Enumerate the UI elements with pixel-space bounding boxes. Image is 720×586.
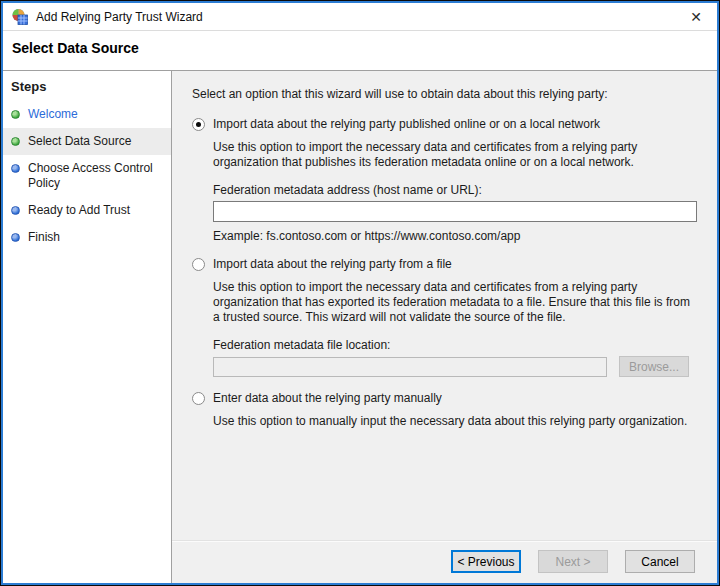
title-bar[interactable]: Add Relying Party Trust Wizard ✕ [3, 3, 717, 31]
metadata-address-label: Federation metadata address (host name o… [213, 183, 703, 197]
option-description: Use this option to import the necessary … [213, 280, 697, 325]
sidebar-item-choose-access-control-policy: Choose Access Control Policy [3, 155, 171, 197]
window-title: Add Relying Party Trust Wizard [36, 10, 685, 24]
radio-enter-manually[interactable]: Enter data about the relying party manua… [192, 391, 703, 405]
footer-buttons: < Previous Next > Cancel [172, 542, 717, 573]
sidebar-item-ready-to-add-trust: Ready to Add Trust [3, 197, 171, 224]
step-todo-bullet-icon [11, 233, 20, 242]
main-pane: Select an option that this wizard will u… [172, 71, 717, 583]
metadata-address-input[interactable] [213, 201, 697, 222]
adfs-app-icon [11, 8, 29, 26]
steps-heading: Steps [3, 71, 171, 101]
step-todo-bullet-icon [11, 164, 20, 173]
content-area: Steps Welcome Select Data Source Choose … [3, 71, 717, 583]
radio-label[interactable]: Import data about the relying party publ… [213, 117, 600, 131]
previous-button[interactable]: < Previous [451, 550, 521, 573]
option-description: Use this option to import the necessary … [213, 140, 697, 170]
wizard-footer: < Previous Next > Cancel [172, 540, 717, 583]
sidebar-item-finish: Finish [3, 224, 171, 251]
step-todo-bullet-icon [11, 206, 20, 215]
sidebar-item-welcome[interactable]: Welcome [3, 101, 171, 128]
radio-import-file[interactable]: Import data about the relying party from… [192, 257, 703, 271]
radio-label[interactable]: Import data about the relying party from… [213, 257, 452, 271]
sidebar-item-select-data-source[interactable]: Select Data Source [3, 128, 171, 155]
page-header: Select Data Source [3, 31, 717, 71]
metadata-file-label: Federation metadata file location: [213, 338, 703, 352]
next-button: Next > [538, 550, 608, 573]
cancel-button[interactable]: Cancel [625, 550, 695, 573]
steps-sidebar: Steps Welcome Select Data Source Choose … [3, 71, 172, 583]
browse-button: Browse... [619, 356, 689, 377]
step-done-bullet-icon [11, 137, 20, 146]
step-label: Select Data Source [28, 134, 131, 149]
radio-label[interactable]: Enter data about the relying party manua… [213, 391, 442, 405]
step-done-bullet-icon [11, 110, 20, 119]
metadata-file-input [213, 357, 607, 377]
close-icon[interactable]: ✕ [685, 6, 707, 28]
wizard-dialog: Add Relying Party Trust Wizard ✕ Select … [1, 1, 719, 585]
radio-unselected-icon[interactable] [192, 392, 205, 405]
intro-text: Select an option that this wizard will u… [192, 87, 703, 101]
page-title: Select Data Source [12, 40, 139, 56]
step-label: Ready to Add Trust [28, 203, 130, 218]
step-label: Welcome [28, 107, 78, 122]
step-label: Finish [28, 230, 60, 245]
option-description: Use this option to manually input the ne… [213, 414, 697, 429]
radio-import-online[interactable]: Import data about the relying party publ… [192, 117, 703, 131]
radio-unselected-icon[interactable] [192, 258, 205, 271]
metadata-file-row: Browse... [192, 356, 689, 377]
window-frame: Add Relying Party Trust Wizard ✕ Select … [0, 0, 720, 586]
metadata-address-example: Example: fs.contoso.com or https://www.c… [213, 229, 703, 243]
step-label: Choose Access Control Policy [28, 161, 165, 191]
radio-selected-icon[interactable] [192, 118, 205, 131]
